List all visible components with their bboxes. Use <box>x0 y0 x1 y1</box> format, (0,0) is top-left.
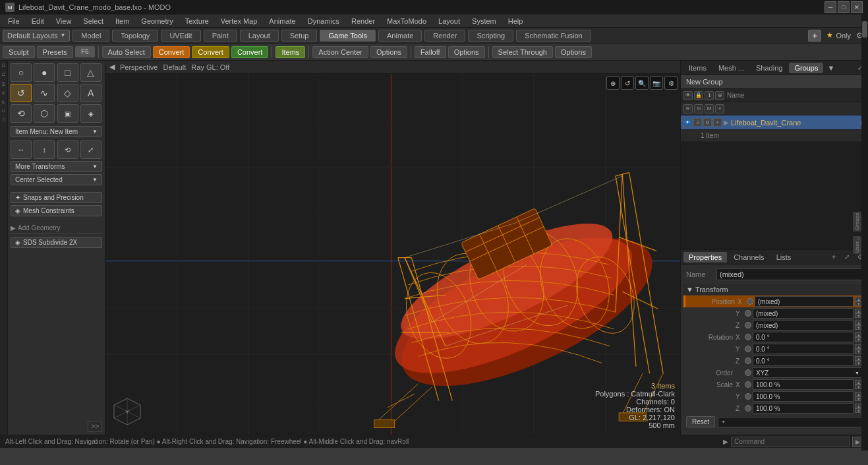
group-eye-icon[interactable]: 👁 <box>683 118 692 127</box>
transform-move[interactable]: ↔ <box>11 140 32 159</box>
presets-button[interactable]: Presets <box>37 46 73 58</box>
rotation-y-dot[interactable] <box>745 346 751 352</box>
tab-setup[interactable]: Setup <box>281 30 318 42</box>
layout-dropdown[interactable]: Default Layouts ▼ <box>3 30 70 42</box>
group-expand-icon[interactable]: ▶ <box>724 119 729 126</box>
tab-topology[interactable]: Topology <box>112 30 158 42</box>
tab-channels[interactable]: Channels <box>728 252 769 263</box>
target-icon[interactable]: ⊙ <box>694 104 703 113</box>
maximize-button[interactable]: □ <box>838 1 850 13</box>
tool-text[interactable]: A <box>80 84 101 102</box>
tool-triangle[interactable]: △ <box>80 63 101 82</box>
viewport-settings-button[interactable]: ⚙ <box>664 77 678 90</box>
position-y-input[interactable] <box>753 308 854 319</box>
options1-button[interactable]: Options <box>370 46 407 58</box>
snaps-button[interactable]: ✦ Snaps and Precision <box>11 192 102 203</box>
position-x-input[interactable] <box>755 296 854 307</box>
tab-game-tools[interactable]: Game Tools <box>320 30 376 42</box>
tab-animate[interactable]: Animate <box>378 30 422 42</box>
tab-uvedit[interactable]: UVEdit <box>161 30 200 42</box>
reset-dropdown[interactable]: ▼ <box>718 417 863 427</box>
minimize-button[interactable]: ─ <box>825 1 836 13</box>
position-y-dot[interactable] <box>745 310 751 317</box>
scale-z-dot[interactable] <box>745 405 751 412</box>
viewport-canvas[interactable]: ⊕ ↺ 🔍 📷 ⚙ Y 3 Items Polygons : Cat <box>105 74 680 435</box>
tool-circle[interactable]: ● <box>34 63 55 82</box>
titlebar-controls[interactable]: ─ □ ✕ <box>825 1 863 13</box>
order-dropdown[interactable]: XYZ ▼ <box>753 367 863 378</box>
scale-x-dot[interactable] <box>745 381 751 388</box>
tab-dropdown[interactable]: ▼ <box>825 63 837 73</box>
menu-item[interactable]: Item <box>110 16 134 26</box>
tab-scripting[interactable]: Scripting <box>468 30 513 42</box>
viewport-rotate-button[interactable]: ↺ <box>621 77 634 90</box>
reset-button[interactable]: Reset <box>686 416 715 427</box>
tab-render[interactable]: Render <box>424 30 465 42</box>
sculpt-button[interactable]: Sculpt <box>3 46 35 58</box>
name-input[interactable] <box>716 268 863 280</box>
tab-paint[interactable]: Paint <box>204 30 237 42</box>
viewport[interactable]: ◀ Perspective Default Ray GL: Off <box>105 61 680 435</box>
tool-extra2[interactable]: ◈ <box>80 104 101 123</box>
options2-button[interactable]: Options <box>448 46 485 58</box>
order-dot[interactable] <box>745 369 751 376</box>
menu-render[interactable]: Render <box>346 16 380 26</box>
position-z-input[interactable] <box>753 320 854 330</box>
info-icon[interactable]: ℹ <box>705 91 714 100</box>
viewport-fit-button[interactable]: ⊕ <box>606 77 620 90</box>
transform-rotate[interactable]: ↕ <box>34 140 55 159</box>
auto-select-button[interactable]: Auto Select <box>102 46 151 58</box>
group-row-lifeboat[interactable]: 👁 ⊙ M + ▶ Lifeboat_Davit_Crane ▶ <box>681 115 868 130</box>
tab-model[interactable]: Model <box>72 30 109 42</box>
more-button[interactable]: >> <box>88 421 102 432</box>
new-group-button[interactable]: New Group <box>681 75 868 89</box>
rotation-x-input[interactable] <box>753 332 854 342</box>
extra-icon[interactable]: + <box>715 104 724 113</box>
scale-y-dot[interactable] <box>745 393 751 400</box>
menu-edit[interactable]: Edit <box>26 16 49 26</box>
group-target-icon[interactable]: ⊙ <box>693 118 702 127</box>
nav-cube[interactable]: Y <box>111 395 144 428</box>
convert2-button[interactable]: Convert <box>192 46 229 58</box>
menu-dynamics[interactable]: Dynamics <box>303 16 345 26</box>
item-menu-dropdown[interactable]: Item Menu: New Item ▼ <box>11 126 102 137</box>
more-transforms-dropdown[interactable]: More Transforms ▼ <box>11 161 102 172</box>
scale-z-input[interactable] <box>753 403 854 414</box>
command-input[interactable] <box>731 437 850 447</box>
right-scrollbar[interactable] <box>861 15 868 450</box>
menu-layout[interactable]: Layout <box>433 16 465 26</box>
render-icon[interactable]: R <box>683 104 693 113</box>
items-button[interactable]: Items <box>275 46 305 58</box>
group-extra-icon[interactable]: + <box>713 118 722 127</box>
mesh-icon[interactable]: M <box>705 104 714 113</box>
falloff-button[interactable]: Falloff <box>415 46 446 58</box>
props-expand-button[interactable]: ⤢ <box>842 252 852 263</box>
tool-rotate[interactable]: ↺ <box>11 84 32 102</box>
tool-hex[interactable]: ⬡ <box>34 104 55 123</box>
rotation-z-input[interactable] <box>753 356 854 366</box>
tool-sphere[interactable]: ○ <box>11 63 32 82</box>
convert1-button[interactable]: Convert <box>153 46 190 58</box>
position-z-dot[interactable] <box>745 322 751 328</box>
tool-undo[interactable]: ⟲ <box>11 104 32 123</box>
tab-properties[interactable]: Properties <box>683 252 727 263</box>
menu-maxtomodo[interactable]: MaxToModo <box>382 16 432 26</box>
rotation-x-dot[interactable] <box>745 334 751 340</box>
tab-lists[interactable]: Lists <box>771 252 797 263</box>
lock-icon[interactable]: 🔒 <box>694 91 703 100</box>
menu-file[interactable]: File <box>3 16 25 26</box>
sds-subdivide-button[interactable]: ◈ SDS Subdivide 2X <box>11 237 102 248</box>
mesh-constraints-button[interactable]: ◈ Mesh Constraints <box>11 205 102 216</box>
position-x-dot[interactable] <box>747 298 753 305</box>
scale-y-input[interactable] <box>753 391 854 402</box>
menu-help[interactable]: Help <box>503 16 529 26</box>
viewport-controls[interactable]: ⊕ ↺ 🔍 📷 ⚙ <box>606 77 678 90</box>
menu-texture[interactable]: Texture <box>180 16 214 26</box>
group-mesh-icon[interactable]: M <box>703 118 712 127</box>
center-selected-dropdown[interactable]: Center Selected ▼ <box>11 174 102 185</box>
menu-geometry[interactable]: Geometry <box>136 16 178 26</box>
close-button[interactable]: ✕ <box>851 1 863 13</box>
tool-extra1[interactable]: ▣ <box>57 104 78 123</box>
viewport-zoom-button[interactable]: 🔍 <box>635 77 649 90</box>
convert3-button[interactable]: Convert <box>231 46 269 58</box>
